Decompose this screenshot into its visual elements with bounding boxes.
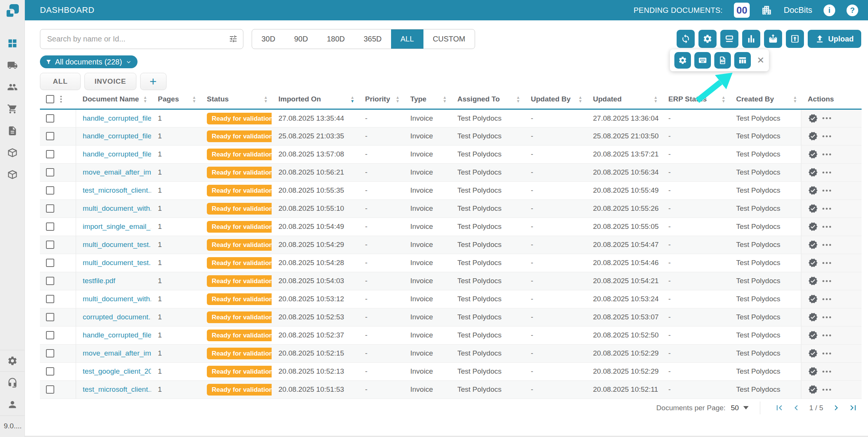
per-page-caret-icon[interactable] xyxy=(743,406,749,409)
tab-invoice[interactable]: INVOICE xyxy=(84,73,136,90)
validated-seal-icon[interactable] xyxy=(808,385,818,394)
row-checkbox[interactable] xyxy=(46,186,54,195)
search-input[interactable] xyxy=(47,35,229,43)
time-filter-30d[interactable]: 30D xyxy=(252,29,285,49)
sidebar-item-settings[interactable] xyxy=(0,350,24,372)
document-name-link[interactable]: multi_document_with... xyxy=(83,295,151,303)
row-actions-menu[interactable] xyxy=(822,135,831,137)
table-row[interactable]: multi_document_test...1Ready for validat… xyxy=(40,254,862,272)
select-all-checkbox[interactable] xyxy=(46,95,54,103)
sort-icon[interactable]: ▲▼ xyxy=(143,95,147,103)
previous-page-button[interactable] xyxy=(791,403,801,413)
first-page-button[interactable] xyxy=(774,403,784,413)
table-row[interactable]: move_email_after_im...1Ready for validat… xyxy=(40,163,862,181)
row-checkbox[interactable] xyxy=(46,168,54,176)
row-actions-menu[interactable] xyxy=(822,226,831,228)
per-page-value[interactable]: 50 xyxy=(731,404,739,412)
document-name-link[interactable]: move_email_after_im... xyxy=(83,349,151,357)
table-row[interactable]: test_microsoft_client...1Ready for valid… xyxy=(40,380,862,399)
document-name-link[interactable]: handle_corrupted_file... xyxy=(83,331,151,339)
column-header-priority[interactable]: Priority▲▼ xyxy=(358,90,403,109)
row-actions-menu[interactable] xyxy=(822,371,831,373)
document-name-link[interactable]: multi_document_with... xyxy=(83,204,151,212)
validated-seal-icon[interactable] xyxy=(808,222,818,232)
sidebar-item-dashboard[interactable] xyxy=(0,32,24,54)
column-header-updated-by[interactable]: Updated By▲▼ xyxy=(524,90,586,109)
row-actions-menu[interactable] xyxy=(822,172,831,173)
sidebar-item-cart[interactable] xyxy=(0,98,24,120)
table-row[interactable]: corrupted_document...1Ready for validati… xyxy=(40,308,862,326)
validated-seal-icon[interactable] xyxy=(808,113,818,123)
table-columns-popup-button[interactable] xyxy=(734,52,751,69)
table-row[interactable]: multi_document_with...1Ready for validat… xyxy=(40,199,862,218)
validated-seal-icon[interactable] xyxy=(808,330,818,340)
validated-seal-icon[interactable] xyxy=(808,258,818,268)
row-checkbox[interactable] xyxy=(46,313,54,321)
column-header-created-by[interactable]: Created By▲▼ xyxy=(729,90,801,109)
sort-icon[interactable]: ▲▼ xyxy=(264,95,268,103)
column-header-status[interactable]: Status▲▼ xyxy=(200,90,272,109)
row-checkbox[interactable] xyxy=(46,204,54,213)
sort-icon[interactable]: ▲▼ xyxy=(192,95,196,103)
document-name-link[interactable]: handle_corrupted_file... xyxy=(83,150,151,158)
sidebar-item-package-2[interactable] xyxy=(0,164,24,186)
kebab-menu-icon[interactable] xyxy=(60,96,62,103)
row-actions-menu[interactable] xyxy=(822,298,831,300)
upload-button[interactable]: Upload xyxy=(808,30,861,48)
document-name-link[interactable]: test_microsoft_client... xyxy=(83,385,151,393)
row-actions-menu[interactable] xyxy=(822,316,831,318)
row-actions-menu[interactable] xyxy=(822,353,831,354)
document-name-link[interactable]: test_microsoft_client... xyxy=(83,186,151,194)
settings-button[interactable] xyxy=(698,30,717,48)
validated-seal-icon[interactable] xyxy=(808,366,818,376)
column-header-updated[interactable]: Updated▲▼ xyxy=(586,90,662,109)
validated-seal-icon[interactable] xyxy=(808,348,818,358)
document-name-link[interactable]: import_single_email_... xyxy=(83,222,151,230)
validated-seal-icon[interactable] xyxy=(808,131,818,141)
row-checkbox[interactable] xyxy=(46,385,54,394)
sidebar-item-headset[interactable] xyxy=(0,372,24,394)
close-popup-button[interactable]: ✕ xyxy=(757,56,764,65)
sort-icon[interactable]: ▲▼ xyxy=(654,95,658,103)
row-actions-menu[interactable] xyxy=(822,389,831,391)
row-actions-menu[interactable] xyxy=(822,280,831,282)
table-row[interactable]: testfile.pdf1Ready for validation20.08.2… xyxy=(40,272,862,290)
validated-seal-icon[interactable] xyxy=(808,149,818,159)
table-row[interactable]: test_google_client_20...1Ready for valid… xyxy=(40,362,862,380)
row-checkbox[interactable] xyxy=(46,150,54,158)
row-checkbox[interactable] xyxy=(46,367,54,376)
document-name-link[interactable]: testfile.pdf xyxy=(83,277,116,285)
sort-icon[interactable]: ▲▼ xyxy=(516,95,520,103)
document-name-link[interactable]: multi_document_test... xyxy=(83,241,151,248)
validated-seal-icon[interactable] xyxy=(808,312,818,322)
sidebar-item-profile[interactable] xyxy=(0,394,24,416)
validated-seal-icon[interactable] xyxy=(808,294,818,304)
help-button[interactable]: ? xyxy=(847,5,858,16)
info-button[interactable]: i xyxy=(824,5,835,16)
table-row[interactable]: multi_document_test...1Ready for validat… xyxy=(40,236,862,254)
validated-seal-icon[interactable] xyxy=(808,204,818,213)
sync-button[interactable] xyxy=(677,30,695,48)
document-name-link[interactable]: move_email_after_im... xyxy=(83,168,151,176)
table-row[interactable]: test_microsoft_client...1Ready for valid… xyxy=(40,181,862,199)
next-page-button[interactable] xyxy=(831,403,841,413)
row-checkbox[interactable] xyxy=(46,241,54,249)
document-name-link[interactable]: corrupted_document... xyxy=(83,313,151,321)
row-actions-menu[interactable] xyxy=(822,208,831,210)
organization-icon[interactable] xyxy=(761,5,772,16)
time-filter-all[interactable]: ALL xyxy=(391,29,423,49)
tab-all[interactable]: ALL xyxy=(40,73,81,90)
column-header-pages[interactable]: Pages▲▼ xyxy=(151,90,200,109)
table-row[interactable]: import_single_email_...1Ready for valida… xyxy=(40,218,862,236)
table-row[interactable]: handle_corrupted_file...1Ready for valid… xyxy=(40,145,862,163)
export-tray-button[interactable] xyxy=(786,30,804,48)
keyboard-popup-button[interactable] xyxy=(694,52,711,69)
row-checkbox[interactable] xyxy=(46,114,54,123)
documents-filter-chip[interactable]: All documents (228) xyxy=(40,55,138,68)
row-checkbox[interactable] xyxy=(46,349,54,357)
time-filter-365d[interactable]: 365D xyxy=(354,29,391,49)
settings-popup-button[interactable] xyxy=(674,52,691,69)
table-row[interactable]: multi_document_with...1Ready for validat… xyxy=(40,290,862,308)
validated-seal-icon[interactable] xyxy=(808,276,818,286)
add-tab-button[interactable]: + xyxy=(140,73,167,90)
